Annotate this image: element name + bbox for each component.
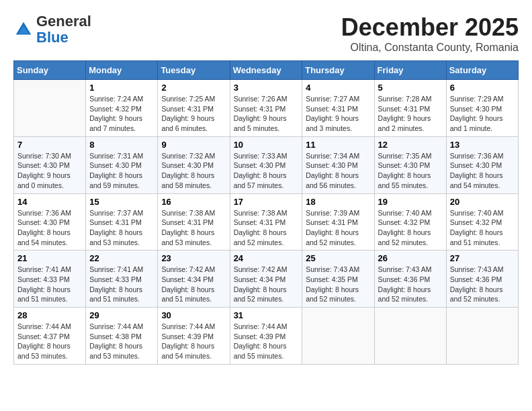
day-number: 16	[161, 197, 226, 207]
day-info: Sunrise: 7:31 AM Sunset: 4:30 PM Dayligh…	[89, 151, 154, 191]
day-header-saturday: Saturday	[446, 61, 518, 80]
day-number: 31	[234, 310, 299, 320]
day-number: 17	[234, 197, 299, 207]
day-number: 10	[234, 140, 299, 150]
day-number: 5	[378, 83, 443, 93]
calendar-week-row: 14Sunrise: 7:36 AM Sunset: 4:30 PM Dayli…	[14, 193, 519, 250]
day-number: 7	[17, 140, 82, 150]
calendar-cell: 11Sunrise: 7:34 AM Sunset: 4:30 PM Dayli…	[302, 136, 374, 193]
day-header-sunday: Sunday	[14, 61, 86, 80]
calendar-cell: 7Sunrise: 7:30 AM Sunset: 4:30 PM Daylig…	[14, 136, 86, 193]
day-info: Sunrise: 7:41 AM Sunset: 4:33 PM Dayligh…	[17, 265, 82, 304]
day-number: 30	[161, 310, 226, 320]
calendar-header-row: SundayMondayTuesdayWednesdayThursdayFrid…	[14, 61, 519, 80]
day-number: 6	[450, 83, 515, 93]
day-info: Sunrise: 7:38 AM Sunset: 4:31 PM Dayligh…	[234, 208, 299, 248]
day-info: Sunrise: 7:42 AM Sunset: 4:34 PM Dayligh…	[234, 265, 299, 304]
day-info: Sunrise: 7:36 AM Sunset: 4:30 PM Dayligh…	[17, 208, 82, 248]
day-number: 23	[161, 253, 226, 263]
day-number: 8	[89, 140, 154, 150]
day-number: 19	[378, 197, 443, 207]
day-info: Sunrise: 7:34 AM Sunset: 4:30 PM Dayligh…	[306, 151, 370, 191]
calendar-cell: 21Sunrise: 7:41 AM Sunset: 4:33 PM Dayli…	[14, 250, 86, 308]
day-info: Sunrise: 7:29 AM Sunset: 4:30 PM Dayligh…	[450, 94, 515, 134]
calendar-cell: 20Sunrise: 7:40 AM Sunset: 4:32 PM Dayli…	[446, 193, 518, 250]
day-info: Sunrise: 7:40 AM Sunset: 4:32 PM Dayligh…	[378, 208, 443, 248]
calendar-cell: 31Sunrise: 7:44 AM Sunset: 4:39 PM Dayli…	[230, 308, 302, 365]
day-info: Sunrise: 7:43 AM Sunset: 4:35 PM Dayligh…	[306, 265, 370, 304]
day-number: 18	[306, 197, 370, 207]
day-info: Sunrise: 7:44 AM Sunset: 4:37 PM Dayligh…	[17, 322, 82, 361]
day-info: Sunrise: 7:43 AM Sunset: 4:36 PM Dayligh…	[378, 265, 443, 304]
day-info: Sunrise: 7:38 AM Sunset: 4:31 PM Dayligh…	[161, 208, 226, 248]
calendar-cell: 30Sunrise: 7:44 AM Sunset: 4:39 PM Dayli…	[158, 308, 230, 365]
calendar-cell: 3Sunrise: 7:26 AM Sunset: 4:31 PM Daylig…	[230, 80, 302, 137]
day-info: Sunrise: 7:41 AM Sunset: 4:33 PM Dayligh…	[89, 265, 154, 304]
day-info: Sunrise: 7:27 AM Sunset: 4:31 PM Dayligh…	[306, 94, 370, 134]
calendar-cell: 27Sunrise: 7:43 AM Sunset: 4:36 PM Dayli…	[446, 250, 518, 308]
day-number: 22	[89, 253, 154, 263]
logo: General Blue	[13, 13, 91, 46]
calendar-cell	[302, 308, 374, 365]
day-number: 28	[17, 310, 82, 320]
day-info: Sunrise: 7:44 AM Sunset: 4:39 PM Dayligh…	[161, 322, 226, 361]
logo-blue: Blue	[36, 29, 69, 46]
logo-icon	[13, 19, 34, 40]
day-number: 4	[306, 83, 370, 93]
day-info: Sunrise: 7:33 AM Sunset: 4:30 PM Dayligh…	[234, 151, 299, 191]
day-number: 13	[450, 140, 515, 150]
day-info: Sunrise: 7:39 AM Sunset: 4:31 PM Dayligh…	[306, 208, 370, 248]
title-area: December 2025 Oltina, Constanta County, …	[341, 13, 519, 54]
day-info: Sunrise: 7:42 AM Sunset: 4:34 PM Dayligh…	[161, 265, 226, 304]
day-info: Sunrise: 7:30 AM Sunset: 4:30 PM Dayligh…	[17, 151, 82, 191]
day-number: 12	[378, 140, 443, 150]
calendar-week-row: 21Sunrise: 7:41 AM Sunset: 4:33 PM Dayli…	[14, 250, 519, 308]
calendar-cell: 5Sunrise: 7:28 AM Sunset: 4:31 PM Daylig…	[374, 80, 446, 137]
day-number: 26	[378, 253, 443, 263]
day-info: Sunrise: 7:35 AM Sunset: 4:30 PM Dayligh…	[378, 151, 443, 191]
calendar-cell: 14Sunrise: 7:36 AM Sunset: 4:30 PM Dayli…	[14, 193, 86, 250]
calendar-cell: 24Sunrise: 7:42 AM Sunset: 4:34 PM Dayli…	[230, 250, 302, 308]
calendar-cell: 4Sunrise: 7:27 AM Sunset: 4:31 PM Daylig…	[302, 80, 374, 137]
calendar-cell: 18Sunrise: 7:39 AM Sunset: 4:31 PM Dayli…	[302, 193, 374, 250]
day-number: 11	[306, 140, 370, 150]
calendar-cell: 13Sunrise: 7:36 AM Sunset: 4:30 PM Dayli…	[446, 136, 518, 193]
calendar-cell	[14, 80, 86, 137]
location-subtitle: Oltina, Constanta County, Romania	[341, 42, 519, 54]
calendar-cell	[374, 308, 446, 365]
day-info: Sunrise: 7:43 AM Sunset: 4:36 PM Dayligh…	[450, 265, 515, 304]
day-info: Sunrise: 7:32 AM Sunset: 4:30 PM Dayligh…	[161, 151, 226, 191]
calendar-cell: 8Sunrise: 7:31 AM Sunset: 4:30 PM Daylig…	[86, 136, 158, 193]
day-header-monday: Monday	[86, 61, 158, 80]
calendar-cell: 26Sunrise: 7:43 AM Sunset: 4:36 PM Dayli…	[374, 250, 446, 308]
day-info: Sunrise: 7:25 AM Sunset: 4:31 PM Dayligh…	[161, 94, 226, 134]
day-number: 29	[89, 310, 154, 320]
day-number: 2	[161, 83, 226, 93]
calendar-cell: 28Sunrise: 7:44 AM Sunset: 4:37 PM Dayli…	[14, 308, 86, 365]
calendar-cell: 12Sunrise: 7:35 AM Sunset: 4:30 PM Dayli…	[374, 136, 446, 193]
day-info: Sunrise: 7:37 AM Sunset: 4:31 PM Dayligh…	[89, 208, 154, 248]
calendar-cell: 6Sunrise: 7:29 AM Sunset: 4:30 PM Daylig…	[446, 80, 518, 137]
calendar-cell: 10Sunrise: 7:33 AM Sunset: 4:30 PM Dayli…	[230, 136, 302, 193]
calendar-cell: 15Sunrise: 7:37 AM Sunset: 4:31 PM Dayli…	[86, 193, 158, 250]
calendar-cell: 22Sunrise: 7:41 AM Sunset: 4:33 PM Dayli…	[86, 250, 158, 308]
calendar-cell: 23Sunrise: 7:42 AM Sunset: 4:34 PM Dayli…	[158, 250, 230, 308]
day-number: 9	[161, 140, 226, 150]
day-number: 15	[89, 197, 154, 207]
day-info: Sunrise: 7:36 AM Sunset: 4:30 PM Dayligh…	[450, 151, 515, 191]
calendar-cell: 1Sunrise: 7:24 AM Sunset: 4:32 PM Daylig…	[86, 80, 158, 137]
day-header-wednesday: Wednesday	[230, 61, 302, 80]
day-number: 21	[17, 253, 82, 263]
month-title: December 2025	[341, 13, 519, 42]
calendar-cell: 16Sunrise: 7:38 AM Sunset: 4:31 PM Dayli…	[158, 193, 230, 250]
day-number: 20	[450, 197, 515, 207]
calendar-cell: 17Sunrise: 7:38 AM Sunset: 4:31 PM Dayli…	[230, 193, 302, 250]
calendar-week-row: 1Sunrise: 7:24 AM Sunset: 4:32 PM Daylig…	[14, 80, 519, 137]
day-info: Sunrise: 7:44 AM Sunset: 4:39 PM Dayligh…	[234, 322, 299, 361]
day-info: Sunrise: 7:40 AM Sunset: 4:32 PM Dayligh…	[450, 208, 515, 248]
page-header: General Blue December 2025 Oltina, Const…	[13, 13, 519, 54]
day-info: Sunrise: 7:26 AM Sunset: 4:31 PM Dayligh…	[234, 94, 299, 134]
day-info: Sunrise: 7:24 AM Sunset: 4:32 PM Dayligh…	[89, 94, 154, 134]
day-number: 24	[234, 253, 299, 263]
calendar-cell: 9Sunrise: 7:32 AM Sunset: 4:30 PM Daylig…	[158, 136, 230, 193]
